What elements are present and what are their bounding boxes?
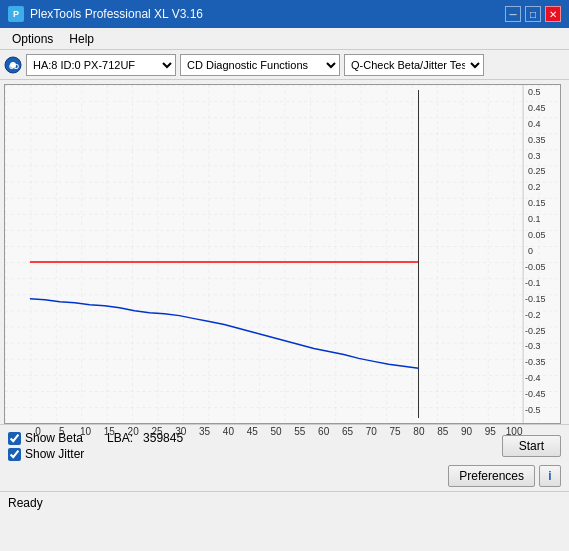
drive-select[interactable]: HA:8 ID:0 PX-712UF [26, 54, 176, 76]
close-button[interactable]: ✕ [545, 6, 561, 22]
x-label-0: 0 [26, 426, 50, 437]
chart-wrapper: High Low [0, 80, 569, 424]
show-jitter-checkbox[interactable] [8, 448, 21, 461]
menu-options[interactable]: Options [4, 30, 61, 48]
test-select[interactable]: Q-Check Beta/Jitter Test [344, 54, 484, 76]
x-label-5: 5 [50, 426, 74, 437]
svg-text:0.2: 0.2 [528, 182, 540, 192]
svg-text:0.3: 0.3 [528, 151, 540, 161]
x-label-15: 15 [97, 426, 121, 437]
svg-text:0.45: 0.45 [528, 103, 545, 113]
svg-text:-0.5: -0.5 [525, 405, 540, 415]
function-select[interactable]: CD Diagnostic Functions [180, 54, 340, 76]
svg-text:0: 0 [528, 246, 533, 256]
x-label-55: 55 [288, 426, 312, 437]
x-label-30: 30 [169, 426, 193, 437]
x-label-90: 90 [455, 426, 479, 437]
menu-help[interactable]: Help [61, 30, 102, 48]
x-label-40: 40 [217, 426, 241, 437]
svg-text:-0.15: -0.15 [525, 294, 545, 304]
x-label-80: 80 [407, 426, 431, 437]
show-jitter-label: Show Jitter [25, 447, 84, 461]
minimize-button[interactable]: ─ [505, 6, 521, 22]
chart-svg: 0.5 0.45 0.4 0.35 0.3 0.25 0.2 0.15 0.1 … [5, 85, 560, 423]
show-beta-checkbox[interactable] [8, 432, 21, 445]
x-label-100: 100 [502, 426, 526, 437]
x-label-95: 95 [478, 426, 502, 437]
svg-text:0.1: 0.1 [528, 214, 540, 224]
info-button[interactable]: i [539, 465, 561, 487]
toolbar: CD HA:8 ID:0 PX-712UF CD Diagnostic Func… [0, 50, 569, 80]
svg-text:-0.4: -0.4 [525, 373, 540, 383]
preferences-button[interactable]: Preferences [448, 465, 535, 487]
svg-text:0.05: 0.05 [528, 230, 545, 240]
svg-text:-0.1: -0.1 [525, 278, 540, 288]
x-label-35: 35 [193, 426, 217, 437]
app-icon: P [8, 6, 24, 22]
x-label-60: 60 [312, 426, 336, 437]
menu-bar: Options Help [0, 28, 569, 50]
svg-text:-0.25: -0.25 [525, 326, 545, 336]
svg-text:CD: CD [9, 63, 19, 70]
drive-icon: CD [4, 56, 22, 74]
start-button[interactable]: Start [502, 435, 561, 457]
maximize-button[interactable]: □ [525, 6, 541, 22]
svg-text:0.25: 0.25 [528, 166, 545, 176]
title-bar: P PlexTools Professional XL V3.16 ─ □ ✕ [0, 0, 569, 28]
svg-text:-0.3: -0.3 [525, 341, 540, 351]
svg-text:-0.35: -0.35 [525, 357, 545, 367]
svg-rect-7 [5, 85, 560, 423]
chart-area: 0.5 0.45 0.4 0.35 0.3 0.25 0.2 0.15 0.1 … [4, 84, 561, 424]
svg-text:0.4: 0.4 [528, 119, 540, 129]
x-label-75: 75 [383, 426, 407, 437]
x-label-10: 10 [74, 426, 98, 437]
svg-text:-0.45: -0.45 [525, 389, 545, 399]
x-label-85: 85 [431, 426, 455, 437]
svg-text:0.5: 0.5 [528, 87, 540, 97]
status-bar: Ready [0, 491, 569, 513]
status-text: Ready [8, 496, 43, 510]
x-label-70: 70 [359, 426, 383, 437]
svg-text:-0.2: -0.2 [525, 310, 540, 320]
svg-text:0.15: 0.15 [528, 198, 545, 208]
x-label-20: 20 [121, 426, 145, 437]
svg-text:-0.05: -0.05 [525, 262, 545, 272]
x-label-50: 50 [264, 426, 288, 437]
title-text: PlexTools Professional XL V3.16 [30, 7, 203, 21]
svg-text:0.35: 0.35 [528, 135, 545, 145]
x-label-65: 65 [336, 426, 360, 437]
x-label-45: 45 [240, 426, 264, 437]
x-label-25: 25 [145, 426, 169, 437]
